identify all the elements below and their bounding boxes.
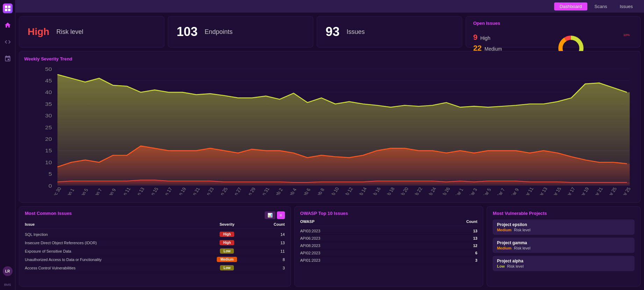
svg-text:20: 20	[45, 136, 52, 142]
project-risk-badge: Low	[497, 264, 505, 268]
svg-text:Jan 9: Jan 9	[106, 188, 117, 195]
project-name: Project alpha	[497, 259, 630, 263]
owasp-id: API06:2023	[300, 236, 321, 240]
svg-text:Feb 18: Feb 18	[383, 187, 395, 195]
svg-text:0: 0	[49, 183, 52, 188]
svg-text:Feb 26: Feb 26	[438, 187, 451, 195]
severity-badge: Medium	[198, 257, 256, 262]
owasp-id: API01:2023	[300, 258, 321, 262]
svg-text:Mar 11: Mar 11	[522, 187, 535, 195]
high-label: High	[480, 35, 491, 42]
chart-title: Weekly Severity Trend	[24, 56, 635, 61]
svg-text:Jan 13: Jan 13	[133, 187, 146, 195]
svg-text:5: 5	[49, 171, 52, 177]
svg-text:Feb 6: Feb 6	[300, 188, 312, 195]
svg-text:Mar 21: Mar 21	[591, 187, 604, 195]
svg-text:Jan 5: Jan 5	[78, 188, 90, 195]
severity-badge: High	[198, 240, 256, 245]
project-card: Project epsilon Medium Risk level	[493, 219, 635, 235]
most-common-title: Most Common Issues	[25, 211, 72, 216]
svg-text:Feb 4: Feb 4	[286, 188, 298, 195]
endpoints-card: 103 Endpoints	[168, 16, 313, 48]
owasp-id: API02:2023	[300, 251, 321, 255]
project-risk-label: Risk level	[507, 264, 524, 268]
severity-badge: Low	[198, 265, 256, 270]
nav-dashboard[interactable]: Dashboard	[554, 2, 588, 10]
high-count: 9	[473, 32, 477, 43]
severity-badge: High	[198, 232, 256, 237]
project-risk: Low Risk level	[497, 264, 630, 268]
svg-text:Feb 20: Feb 20	[397, 187, 409, 195]
owasp-count: 12	[473, 244, 477, 248]
nav-issues[interactable]: Issues	[614, 2, 638, 10]
issues-label: Issues	[346, 28, 365, 36]
svg-text:Feb 10: Feb 10	[328, 187, 340, 195]
svg-text:Jan 19: Jan 19	[175, 187, 187, 195]
projects-list: Project epsilon Medium Risk level Projec…	[493, 219, 635, 271]
open-issues-title: Open Issues	[473, 21, 500, 26]
table-row: Insecure Direct Object References (IDOR)…	[25, 239, 285, 247]
svg-text:Mar 15: Mar 15	[550, 187, 562, 195]
issue-count: 14	[256, 232, 285, 237]
svg-text:Mar 7: Mar 7	[495, 188, 506, 195]
chart-view-button[interactable]: 📊	[265, 211, 276, 219]
owasp-row: API03:2023 13	[300, 227, 478, 235]
owasp-table-body: API03:2023 13 API06:2023 13 API08:2023 1…	[300, 227, 478, 264]
svg-text:Jan 25: Jan 25	[216, 187, 229, 195]
main-content: Dashboard Scans Issues High Risk level 1…	[15, 0, 644, 290]
vulnerable-projects-title: Most Vulnerable Projects	[493, 211, 635, 216]
owasp-panel: OWASP Top 10 Issues OWASP Count API03:20…	[294, 206, 484, 287]
svg-text:Jan 21: Jan 21	[189, 187, 201, 195]
project-risk-label: Risk level	[514, 228, 530, 232]
owasp-count: 13	[473, 229, 477, 233]
table-row: Exposure of Sensitive Data Low 11	[25, 247, 285, 255]
svg-text:Feb 14: Feb 14	[355, 187, 368, 195]
issue-name: SQL Injection	[25, 232, 198, 237]
owasp-col-header: OWASP	[300, 219, 315, 224]
issue-name: Access Control Vulnerabilities	[25, 266, 198, 270]
high-issues-row: 9 High	[473, 32, 502, 43]
owasp-title: OWASP Top 10 Issues	[300, 211, 478, 216]
project-risk-badge: Medium	[497, 246, 511, 250]
svg-rect-3	[8, 9, 10, 11]
table-header: Issue Severity Count	[25, 222, 285, 229]
svg-text:Mar 9: Mar 9	[509, 188, 520, 195]
issue-count: 11	[256, 249, 285, 253]
project-risk-label: Risk level	[514, 246, 530, 250]
sidebar-item-network[interactable]	[3, 54, 13, 64]
endpoints-count: 103	[177, 24, 198, 39]
svg-text:Mar 25: Mar 25	[605, 187, 618, 195]
avatar[interactable]: LR	[3, 266, 13, 276]
risk-level-card: High Risk level	[19, 16, 164, 48]
vulnerable-projects-panel: Most Vulnerable Projects Project epsilon…	[487, 206, 641, 287]
svg-text:35: 35	[45, 101, 52, 107]
list-view-button[interactable]: ≡	[277, 211, 285, 219]
table-row: SQL Injection High 14	[25, 230, 285, 239]
svg-text:25: 25	[45, 124, 52, 130]
col-severity-header: Severity	[198, 222, 256, 226]
svg-text:Feb 12: Feb 12	[341, 187, 354, 195]
col-issue-header: Issue	[25, 222, 198, 226]
svg-text:Jan 31: Jan 31	[258, 187, 271, 195]
sidebar-item-home[interactable]	[3, 20, 13, 30]
svg-text:Mar 1: Mar 1	[453, 188, 464, 195]
svg-text:Mar 3: Mar 3	[467, 188, 478, 195]
risk-level-value: High	[28, 26, 49, 37]
nav-scans[interactable]: Scans	[589, 2, 613, 10]
issues-table-body: SQL Injection High 14 Insecure Direct Ob…	[25, 230, 285, 272]
svg-text:40: 40	[45, 89, 52, 95]
issue-name: Unauthorized Access to Data or Functiona…	[25, 258, 198, 262]
high-pct: 10%	[623, 33, 630, 37]
endpoints-label: Endpoints	[205, 28, 232, 36]
svg-text:Feb 8: Feb 8	[314, 188, 325, 195]
owasp-row: API06:2023 13	[300, 235, 478, 242]
svg-text:Mar 17: Mar 17	[564, 187, 576, 195]
svg-text:Mar 13: Mar 13	[536, 187, 548, 195]
project-risk-badge: Medium	[497, 228, 511, 232]
issues-card: 93 Issues	[317, 16, 462, 48]
sidebar-item-code[interactable]	[3, 37, 13, 47]
logo-icon	[3, 3, 13, 13]
svg-text:Jan 29: Jan 29	[244, 187, 257, 195]
owasp-row: API08:2023 12	[300, 242, 478, 249]
svg-text:Mar 5: Mar 5	[481, 188, 492, 195]
